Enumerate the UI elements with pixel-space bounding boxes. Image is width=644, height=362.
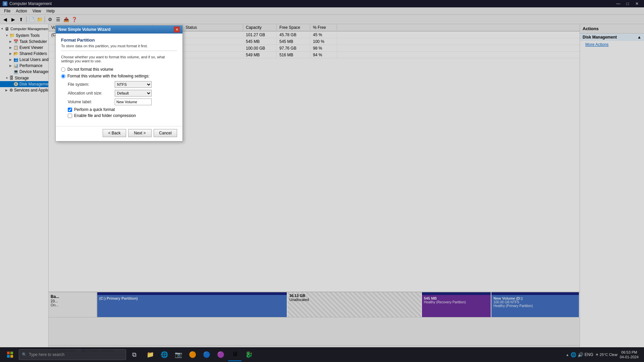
toolbar-up-btn[interactable]: ⬆	[17, 16, 25, 23]
row3-capacity: 100.00 GB	[243, 45, 277, 51]
partition-recovery[interactable]: 545 MB Healthy (Recovery Partition)	[422, 292, 491, 317]
partition-recovery-header	[422, 292, 491, 295]
menu-view[interactable]: View	[30, 8, 44, 14]
radio-format-label[interactable]: Format this volume with the following se…	[67, 74, 150, 78]
partition-d[interactable]: New Volume (D:) 100.00 GB NTFS Healthy (…	[491, 292, 580, 317]
taskbar-app6[interactable]: 🟣	[214, 348, 227, 361]
tray-network-icon[interactable]: 🌐	[571, 352, 576, 357]
svg-rect-1	[10, 352, 13, 354]
col-pct-header[interactable]: % Free	[310, 24, 337, 31]
tree-task-scheduler[interactable]: ▶ 📅 Task Scheduler	[0, 39, 48, 45]
tree-performance[interactable]: ▶ 📊 Performance	[0, 63, 48, 69]
compress-label[interactable]: Enable file and folder compression	[74, 113, 136, 118]
col-free-header[interactable]: Free Space	[277, 24, 310, 31]
tree-event-viewer[interactable]: ▶ 📋 Event Viewer	[0, 45, 48, 51]
quick-format-checkbox[interactable]	[68, 108, 72, 112]
tray-expand-icon[interactable]: ▲	[566, 353, 569, 357]
toolbar-list-btn[interactable]: ☰	[54, 16, 62, 23]
task-scheduler-icon: 📅	[13, 39, 18, 44]
tree-disk-management[interactable]: 💽 Disk Management	[0, 81, 48, 87]
weather-icon: ☀	[595, 353, 599, 357]
tree-services[interactable]: ▶ ⚙ Services and Applications	[0, 87, 48, 93]
next-button[interactable]: Next >	[128, 129, 152, 137]
app3-icon: 📷	[175, 351, 182, 358]
device-manager-icon: 💻	[13, 69, 18, 74]
new-volume-status: Healthy (Primary Partition)	[493, 304, 577, 308]
toolbar-properties-btn[interactable]: ⚙	[46, 16, 54, 23]
tree-performance-label: Performance	[19, 63, 43, 68]
tree-root[interactable]: ▼ 🖥 Computer Management (Local	[0, 25, 48, 32]
menu-file[interactable]: File	[1, 8, 13, 14]
taskbar-app3[interactable]: 📷	[172, 348, 185, 361]
toolbar-export-btn[interactable]: 📤	[62, 16, 70, 23]
radio-format-input[interactable]	[61, 74, 65, 78]
taskbar-app8[interactable]: 🐉	[242, 348, 256, 361]
allocation-unit-select[interactable]: Default 512 1024 2048 4096	[115, 90, 152, 97]
tree-system-tools[interactable]: ▼ 📁 System Tools	[0, 32, 48, 39]
dialog-close-button[interactable]: ✕	[174, 26, 180, 33]
tree-root-expand: ▼	[1, 27, 5, 31]
shared-folders-expand-icon: ▶	[9, 52, 13, 55]
taskbar-app5[interactable]: 🔵	[200, 348, 213, 361]
actions-more-actions[interactable]: More Actions	[580, 41, 644, 48]
start-button[interactable]	[3, 347, 17, 362]
storage-folder-icon: 🗄	[9, 75, 14, 80]
maximize-button[interactable]: □	[623, 1, 632, 7]
toolbar-back-btn[interactable]: ◀	[1, 16, 9, 23]
radio-no-format-option: Do not format this volume	[61, 67, 177, 72]
compress-checkbox[interactable]	[68, 114, 72, 118]
quick-format-label[interactable]: Perform a quick format	[74, 107, 115, 112]
svg-rect-0	[7, 352, 10, 354]
cancel-button[interactable]: Cancel	[154, 129, 177, 137]
partition-unallocated[interactable]: 36.13 GB Unallocated	[287, 292, 422, 317]
tree-panel: ▼ 🖥 Computer Management (Local ▼ 📁 Syste…	[0, 24, 49, 355]
taskbar-search-box[interactable]: 🔍 Type here to search	[19, 349, 126, 360]
tree-device-manager[interactable]: 💻 Device Manager	[0, 69, 48, 75]
radio-no-format-label[interactable]: Do not format this volume	[67, 67, 113, 72]
taskbar-pinned-apps: 📁 🌐 📷 🟠 🔵 🟣 🖥 🐉	[144, 348, 256, 361]
row2-status	[183, 41, 243, 42]
minimize-button[interactable]: —	[614, 1, 623, 7]
tree-shared-folders[interactable]: ▶ 📂 Shared Folders	[0, 51, 48, 57]
partition-c[interactable]: (C:) Primary Partition)	[97, 292, 287, 317]
radio-no-format-input[interactable]	[61, 67, 65, 72]
col-status-header[interactable]: Status	[183, 24, 243, 31]
toolbar-folder-btn[interactable]: 📁	[36, 16, 43, 23]
svg-rect-3	[10, 355, 13, 358]
menu-help[interactable]: Help	[44, 8, 58, 14]
row3-free: 97.76 GB	[277, 45, 310, 51]
row4-capacity: 549 MB	[243, 52, 277, 58]
row3-pct: 98 %	[310, 45, 337, 51]
row2-pct: 100 %	[310, 39, 337, 45]
file-system-select[interactable]: NTFS FAT32 exFAT	[115, 81, 152, 88]
col-cap-header[interactable]: Capacity	[243, 24, 277, 31]
tree-local-users[interactable]: ▶ 👥 Local Users and Groups	[0, 57, 48, 63]
menu-action[interactable]: Action	[13, 8, 30, 14]
taskbar-task-view[interactable]: ⧉	[127, 348, 141, 361]
recovery-size: 545 MB	[424, 296, 489, 300]
close-button[interactable]: ✕	[633, 1, 641, 7]
row2-free: 545 MB	[277, 39, 310, 45]
row1-pct: 45 %	[310, 32, 337, 38]
volume-label-input[interactable]	[115, 99, 152, 105]
tree-event-viewer-label: Event Viewer	[19, 45, 43, 50]
toolbar-help-btn[interactable]: ❓	[70, 16, 78, 23]
back-button[interactable]: < Back	[103, 129, 126, 137]
toolbar-forward-btn[interactable]: ▶	[9, 16, 17, 23]
time-display[interactable]: 06:53 PM 04-01-2024	[620, 350, 639, 360]
tree-services-label: Services and Applications	[14, 88, 49, 93]
computer-mgmt-icon: 🖥	[232, 351, 238, 358]
dialog-prompt: Choose whether you want to format this v…	[61, 55, 177, 63]
toolbar-show-hide-btn[interactable]: 📄	[28, 16, 35, 23]
taskbar-edge[interactable]: 🌐	[158, 348, 171, 361]
taskbar-file-explorer[interactable]: 📁	[144, 348, 157, 361]
row1-capacity: 101.27 GB	[243, 32, 277, 38]
taskbar-app4[interactable]: 🟠	[186, 348, 199, 361]
event-viewer-expand-icon: ▶	[9, 46, 13, 49]
tray-volume-icon[interactable]: 🔊	[578, 352, 583, 357]
row1-status	[183, 34, 243, 36]
system-tools-folder-icon: 📁	[9, 33, 15, 38]
tree-storage[interactable]: ▼ 🗄 Storage	[0, 75, 48, 81]
actions-disk-management-section[interactable]: Disk Management ▲	[580, 34, 644, 41]
taskbar-computer-mgmt[interactable]: 🖥	[228, 348, 241, 361]
